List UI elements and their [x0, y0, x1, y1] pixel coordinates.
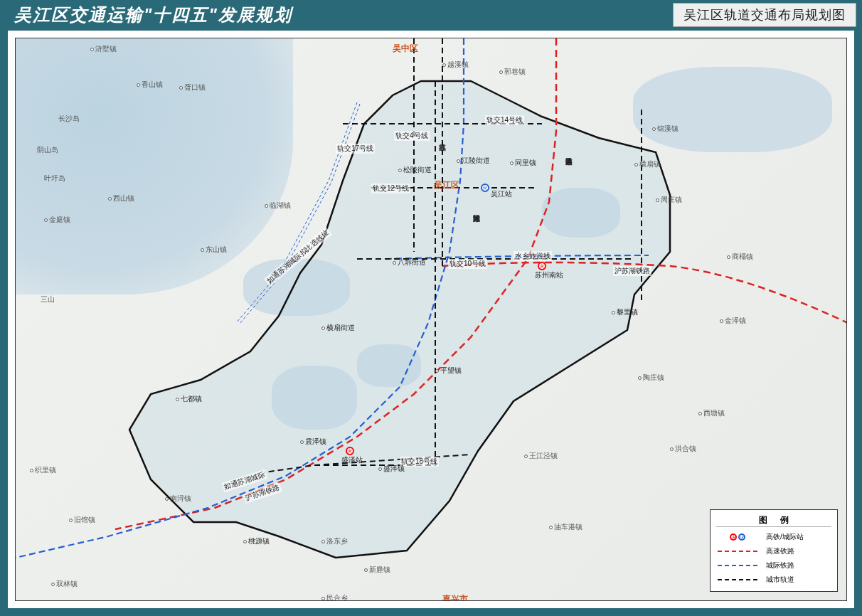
line-husuhu: 沪苏湖铁路	[613, 266, 651, 276]
place-qidu: 七都镇	[176, 394, 202, 404]
place-shengze-town: 盛泽镇	[378, 464, 405, 474]
place-tongli: 同里镇	[510, 158, 536, 168]
place-luoxi: 洛东乡	[321, 536, 348, 546]
place-jinze: 金泽镇	[720, 316, 746, 326]
legend-row-station: 火火 高铁/城际站	[716, 530, 831, 544]
header-bar: 吴江区交通运输"十四五"发展规划 吴江区轨道交通布局规划图	[0, 0, 862, 30]
place-pingwang: 平望镇	[435, 366, 462, 376]
station-wujiang: 火	[481, 184, 489, 192]
place-changsha: 长沙岛	[58, 114, 80, 124]
map-outer-frame: 火 吴江站 火 苏州南站 火 盛泽站 沪苏湖铁路 通苏嘉甬铁路 如通苏湖城际 如…	[7, 30, 855, 609]
place-jiuguan: 旧馆镇	[69, 515, 95, 525]
place-yexu: 叶圩岛	[44, 174, 65, 184]
place-bache: 八坼街道	[393, 257, 426, 267]
page-title: 吴江区交通运输"十四五"发展规划	[14, 4, 292, 26]
place-zhenze: 震泽镇	[300, 437, 326, 447]
place-zhili: 织里镇	[30, 465, 56, 475]
place-lili: 黎里镇	[612, 307, 638, 317]
line-m12: 轨交12号线	[371, 184, 410, 193]
place-honghe: 洪合镇	[670, 444, 696, 454]
legend-label: 城际铁路	[766, 561, 794, 570]
station-shengze-label: 盛泽站	[341, 455, 363, 465]
legend-row-metro: 城市轨道	[716, 573, 831, 587]
place-nanxun: 南浔镇	[165, 494, 191, 504]
line-shuixiang: 水乡旅游线	[514, 251, 552, 261]
place-jiaxing: 嘉兴市	[442, 593, 468, 601]
station-wujiang-label: 吴江站	[491, 189, 512, 199]
place-jinting: 金庭镇	[44, 215, 70, 225]
legend-label: 高铁/城际站	[766, 532, 804, 542]
place-xishan: 西山镇	[108, 193, 134, 203]
map-canvas[interactable]: 火 吴江站 火 苏州南站 火 盛泽站 沪苏湖铁路 通苏嘉甬铁路 如通苏湖城际 如…	[15, 38, 847, 601]
place-linhu: 临湖镇	[265, 201, 291, 211]
line-m17: 轨交17号线	[336, 144, 375, 154]
place-taozhuang: 陶庄镇	[638, 373, 664, 383]
line-m4: 轨交4号线	[394, 131, 430, 141]
legend-label: 高速铁路	[766, 546, 794, 556]
place-xushuguan: 浒墅镇	[90, 44, 117, 54]
station-shengze: 火	[346, 447, 354, 455]
place-wuzhong: 吴中区	[393, 43, 418, 55]
map-subtitle: 吴江区轨道交通布局规划图	[673, 3, 856, 27]
legend-title: 图例	[716, 514, 831, 527]
place-wujiangqu: 吴江区	[434, 179, 459, 191]
place-zhouzhuang: 周庄镇	[656, 195, 682, 205]
place-sanshan: 三山	[41, 294, 55, 304]
legend-box: 图例 火火 高铁/城际站 高速铁路 城际铁路 城市轨道	[710, 509, 838, 592]
line-m14: 轨交14号线	[485, 115, 524, 125]
place-wangjiangjing: 王江泾镇	[524, 451, 558, 461]
place-songling: 松陵街道	[398, 165, 432, 175]
place-hengshan-jd: 横扇街道	[321, 323, 355, 333]
legend-label: 城市轨道	[766, 575, 794, 585]
place-shuanglin: 双林镇	[51, 579, 78, 589]
station-suzhounan: 火	[538, 262, 546, 270]
place-xukou: 胥口镇	[179, 83, 206, 92]
place-dongshan: 东山镇	[201, 245, 227, 255]
place-yuexi: 越溪镇	[442, 60, 469, 70]
place-jinxi: 锦溪镇	[652, 124, 679, 134]
place-hengshan: 横扇镇	[634, 159, 661, 169]
place-guoxiang: 郭巷镇	[499, 67, 526, 77]
place-shanghu: 商榻镇	[727, 252, 753, 262]
place-yinshan: 阴山岛	[37, 145, 58, 155]
station-suzhounan-label: 苏州南站	[535, 270, 563, 280]
place-taoyuan: 桃源镇	[243, 536, 270, 546]
place-xintang: 新塍镇	[364, 565, 390, 575]
legend-row-highspeed: 高速铁路	[716, 544, 831, 558]
line-m18: 轨交18号线	[400, 457, 439, 467]
place-mintai: 民合乡	[321, 593, 348, 601]
place-jiangling: 江陵街道	[457, 156, 490, 166]
place-youchepin: 油车港镇	[549, 522, 582, 532]
legend-row-intercity: 城际铁路	[716, 558, 831, 573]
line-m10: 轨交10号线	[448, 259, 487, 269]
place-xiangshan: 香山镇	[137, 80, 163, 90]
place-xitang: 西塘镇	[698, 408, 725, 418]
